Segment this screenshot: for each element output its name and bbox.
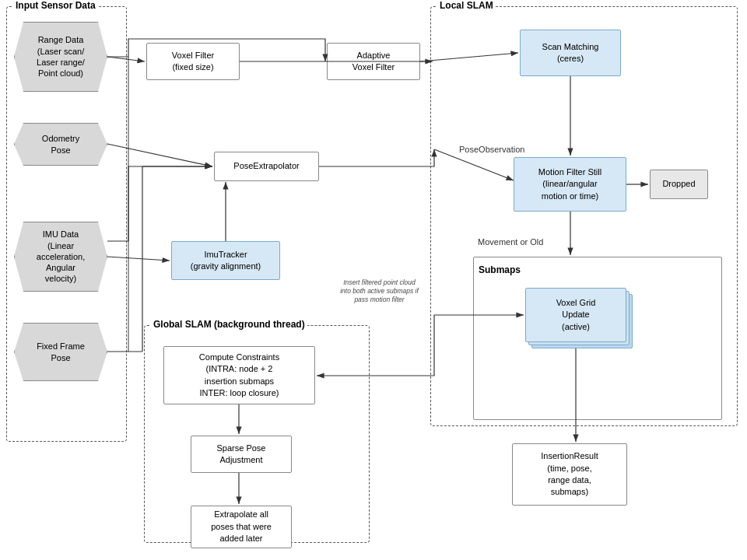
pose-observation-label: PoseObservation [459,145,524,154]
local-slam-label: Local SLAM [437,0,496,11]
movement-or-old-label: Movement or Old [478,237,543,247]
range-data-node: Range Data (Laser scan/ Laser range/ Poi… [14,22,107,92]
imu-data-node: IMU Data (Linear acceleration, Angular v… [14,222,107,292]
adaptive-voxel-filter-node: Adaptive Voxel Filter [327,43,420,80]
extrapolate-poses-node: Extrapolate all poses that were added la… [191,506,292,548]
main-container: Input Sensor Data Local SLAM Global SLAM… [0,0,747,560]
insert-filtered-label: Insert filtered point cloudinto both act… [335,278,424,304]
global-slam-label: Global SLAM (background thread) [151,319,307,330]
insertion-result-node: InsertionResult (time, pose, range data,… [512,443,627,506]
motion-filter-node: Motion Filter Still (linear/angular moti… [514,157,626,212]
scan-matching-node: Scan Matching (ceres) [520,30,621,76]
odometry-pose-node: Odometry Pose [14,123,107,166]
dropped-node: Dropped [650,170,708,199]
fixed-frame-pose-node: Fixed Frame Pose [14,323,107,381]
voxel-filter-node: Voxel Filter (fixed size) [146,43,240,80]
pose-extrapolator-node: PoseExtrapolator [214,152,319,181]
compute-constraints-node: Compute Constraints (INTRA: node + 2 ins… [163,346,315,404]
sparse-pose-node: Sparse Pose Adjustment [191,436,292,473]
input-sensor-label: Input Sensor Data [13,0,98,11]
imu-tracker-node: ImuTracker (gravity alignment) [171,241,280,280]
voxel-grid-node: Voxel Grid Update (active) [525,288,626,342]
